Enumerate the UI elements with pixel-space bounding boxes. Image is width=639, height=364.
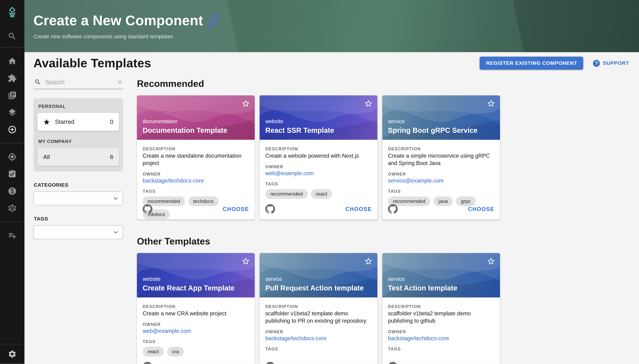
github-icon[interactable]: [265, 204, 275, 214]
description-label: DESCRIPTION: [265, 304, 372, 309]
template-card-create-react-app: website Create React App Template DESCRI…: [137, 253, 255, 364]
star-outline-icon[interactable]: [241, 257, 250, 266]
github-icon[interactable]: [143, 362, 152, 364]
sidebar-divider: [0, 344, 24, 344]
template-card-pull-request-action: service Pull Request Action template DES…: [260, 253, 377, 364]
content-header: Available Templates REGISTER EXISTING CO…: [34, 54, 629, 73]
card-type-label: service: [388, 118, 494, 124]
categories-select[interactable]: [34, 192, 123, 205]
choose-button[interactable]: CHOOSE: [468, 206, 494, 212]
tag-chip[interactable]: react: [311, 189, 332, 199]
github-icon[interactable]: [388, 362, 398, 364]
search-field-icon: [34, 78, 41, 86]
register-existing-component-button[interactable]: REGISTER EXISTING COMPONENT: [480, 56, 583, 70]
tag-chip[interactable]: recommended: [265, 189, 308, 199]
description-label: DESCRIPTION: [388, 146, 494, 151]
personal-section-label: PERSONAL: [38, 104, 119, 109]
template-card-react-ssr: website React SSR Template DESCRIPTION C…: [260, 96, 377, 220]
tags-label: TAGS: [143, 188, 249, 193]
card-footer: CHOOSE: [137, 358, 255, 364]
card-footer: CHOOSE: [260, 358, 377, 364]
settings-gear-icon[interactable]: [8, 350, 17, 358]
extensions-icon[interactable]: [8, 74, 17, 83]
card-body: DESCRIPTION Create a simple microservice…: [382, 140, 500, 200]
card-footer: CHOOSE: [137, 200, 255, 220]
card-title: React SSR Template: [265, 126, 372, 135]
owner-link[interactable]: backstage/techdocs-core: [388, 335, 449, 341]
card-body: DESCRIPTION scaffolder v1beta2 template …: [382, 298, 500, 358]
other-templates-grid: website Create React App Template DESCRI…: [137, 253, 629, 364]
tasks-icon[interactable]: [8, 170, 17, 178]
description-label: DESCRIPTION: [143, 146, 249, 151]
docs-icon[interactable]: [8, 91, 17, 100]
backstage-logo-icon[interactable]: [6, 6, 18, 18]
starred-count: 0: [110, 119, 113, 125]
owner-link[interactable]: service@example.com: [388, 178, 444, 184]
search-icon[interactable]: [8, 32, 17, 41]
cost-insights-icon[interactable]: [8, 187, 17, 196]
choose-button[interactable]: CHOOSE: [346, 206, 372, 212]
tags-label: TAGS: [388, 188, 494, 193]
section-heading-recommended: Recommended: [137, 78, 629, 89]
choose-button[interactable]: CHOOSE: [223, 206, 249, 212]
chevron-down-icon: [112, 195, 120, 202]
support-button[interactable]: ? SUPPORT: [593, 60, 629, 67]
card-type-label: documentation: [143, 118, 249, 124]
page-title: Create a New Component: [34, 13, 203, 29]
owner-link[interactable]: backstage/techdocs-core: [143, 178, 204, 184]
locate-icon[interactable]: [8, 152, 17, 162]
tags-label: TAGS: [265, 181, 372, 186]
tag-chips: recommended react: [265, 189, 372, 199]
beta-badge: β: [208, 13, 217, 27]
star-outline-icon[interactable]: [364, 99, 373, 108]
tags-select[interactable]: [34, 225, 123, 239]
star-outline-icon[interactable]: [486, 99, 496, 108]
card-header: service Spring Boot gRPC Service: [382, 96, 500, 140]
card-header: website Create React App Template: [137, 253, 255, 298]
owner-label: OWNER: [143, 172, 249, 176]
tag-chip[interactable]: react: [143, 347, 164, 356]
github-icon[interactable]: [143, 204, 152, 214]
create-component-icon[interactable]: [8, 125, 17, 134]
owner-label: OWNER: [388, 172, 494, 176]
filter-starred[interactable]: Starred 0: [38, 113, 119, 131]
description-label: DESCRIPTION: [265, 146, 372, 151]
tags-label: TAGS: [265, 346, 372, 351]
all-label: All: [43, 154, 110, 160]
card-type-label: website: [143, 276, 249, 282]
recommended-grid: documentation Documentation Template DES…: [137, 96, 629, 220]
owner-link[interactable]: web@example.com: [265, 170, 314, 176]
layers-icon[interactable]: [8, 108, 17, 117]
all-count: 6: [110, 154, 113, 160]
star-outline-icon[interactable]: [241, 99, 250, 108]
available-templates-heading: Available Templates: [34, 56, 151, 70]
owner-link[interactable]: web@example.com: [143, 328, 191, 334]
card-title: Documentation Template: [143, 126, 249, 135]
owner-link[interactable]: backstage/techdocs-core: [265, 335, 326, 341]
card-header: documentation Documentation Template: [137, 96, 255, 140]
search-input[interactable]: [44, 78, 113, 86]
card-header: website React SSR Template: [260, 96, 377, 140]
home-icon[interactable]: [8, 56, 17, 66]
star-outline-icon[interactable]: [486, 257, 496, 266]
categories-label: CATEGORIES: [34, 182, 123, 188]
card-title: Test Action template: [388, 284, 494, 292]
graph-icon[interactable]: [8, 204, 17, 212]
card-header: service Pull Request Action template: [260, 253, 377, 298]
clear-search-icon[interactable]: [116, 79, 123, 85]
star-outline-icon[interactable]: [364, 257, 373, 266]
playlist-add-icon[interactable]: [8, 231, 17, 240]
card-body: DESCRIPTION scaffolder v1beta2 template …: [260, 298, 377, 358]
filter-panel: PERSONAL Starred 0 MY COMPANY All 6: [34, 98, 123, 172]
sidebar: [0, 0, 24, 364]
github-icon[interactable]: [265, 362, 275, 364]
description-label: DESCRIPTION: [143, 304, 249, 309]
card-title: Spring Boot gRPC Service: [388, 126, 494, 135]
tag-chip[interactable]: cra: [167, 347, 184, 356]
page-header: Create a New Component β Create new soft…: [24, 0, 639, 52]
filter-all[interactable]: All 6: [38, 148, 119, 166]
tags-filter-label: TAGS: [34, 216, 123, 222]
owner-label: OWNER: [143, 322, 249, 326]
card-title: Create React App Template: [143, 284, 249, 292]
github-icon[interactable]: [388, 204, 398, 214]
